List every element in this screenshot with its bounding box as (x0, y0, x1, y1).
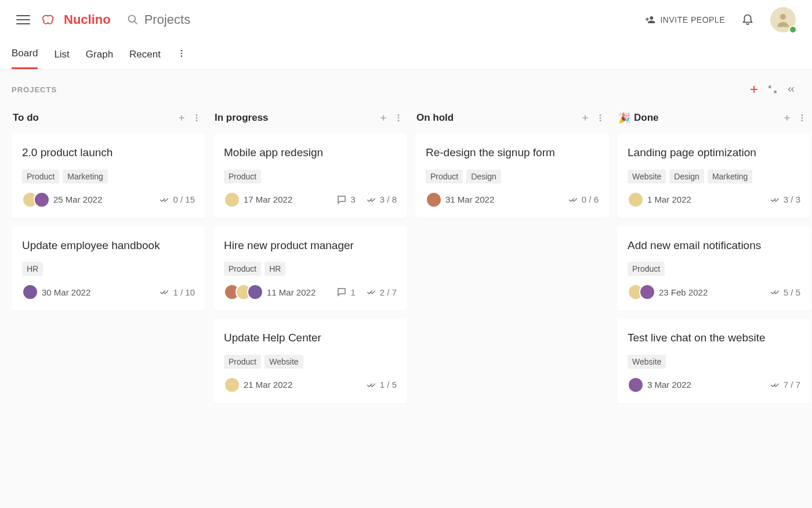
party-popper-icon: 🎉 (618, 112, 630, 124)
tag: Product (628, 262, 665, 276)
card-comments: 1 (336, 287, 355, 297)
card-date: 30 Mar 2022 (42, 287, 90, 297)
menu-icon[interactable] (16, 13, 30, 27)
card[interactable]: Hire new product managerProductHR11 Mar … (213, 226, 407, 311)
column-header: To do (12, 103, 205, 134)
card-checklist: 1 / 5 (366, 380, 397, 390)
column-add-button[interactable] (780, 110, 795, 125)
card-avatars (224, 377, 235, 393)
plus-icon (379, 113, 388, 123)
app-logo[interactable]: Nuclino (42, 11, 111, 28)
avatar (639, 284, 655, 300)
plus-icon (782, 113, 792, 123)
card-title: 2.0 product launch (22, 145, 195, 160)
card[interactable]: Update employee handbookHR30 Mar 20221 /… (12, 226, 205, 311)
card[interactable]: Mobile app redesignProduct17 Mar 202233 … (213, 134, 407, 218)
svg-point-22 (600, 120, 601, 121)
card[interactable]: 2.0 product launchProductMarketing25 Mar… (12, 134, 205, 218)
comment-icon (336, 194, 347, 205)
card-tags: WebsiteDesignMarketing (628, 170, 800, 183)
card-date: 25 Mar 2022 (53, 194, 102, 204)
card-checklist: 2 / 7 (366, 287, 397, 297)
card-avatars (224, 284, 259, 300)
card-avatars (22, 284, 34, 300)
search-input[interactable] (144, 12, 353, 27)
card-date: 1 Mar 2022 (647, 194, 691, 204)
notifications-button[interactable] (741, 12, 754, 27)
column-more-button[interactable] (391, 110, 406, 125)
card-checklist: 7 / 7 (770, 380, 800, 390)
card-tags: ProductWebsite (224, 355, 397, 369)
user-avatar[interactable] (770, 7, 796, 33)
board-titlebar: PROJECTS (0, 70, 812, 103)
search-icon (127, 14, 139, 26)
tab-recent[interactable]: Recent (129, 49, 161, 69)
add-button[interactable] (745, 80, 763, 99)
avatar (628, 192, 644, 208)
collapse-button[interactable] (763, 80, 782, 99)
column-more-button[interactable] (189, 110, 204, 125)
svg-point-5 (181, 55, 183, 57)
more-vertical-icon (798, 113, 807, 123)
column-add-button[interactable] (578, 110, 593, 125)
tag: HR (22, 262, 43, 276)
svg-point-12 (196, 120, 198, 121)
card[interactable]: Re-design the signup formProductDesign31… (415, 134, 609, 218)
board: To do2.0 product launchProductMarketing2… (0, 103, 812, 423)
checklist-icon (366, 380, 376, 390)
card[interactable]: Test live chat on the websiteWebsite3 Ma… (617, 319, 811, 403)
more-vertical-icon (177, 49, 186, 58)
search[interactable] (127, 12, 353, 27)
card[interactable]: Landing page optimizationWebsiteDesignMa… (617, 134, 811, 218)
hide-panel-button[interactable] (782, 80, 800, 99)
plus-icon (581, 113, 590, 123)
svg-point-15 (398, 114, 400, 116)
page-title: PROJECTS (12, 85, 57, 94)
card-checklist: 0 / 15 (159, 194, 195, 205)
avatar (628, 377, 644, 393)
column-header: 🎉Done (617, 103, 811, 134)
tag: Marketing (63, 170, 107, 183)
card[interactable]: Update Help CenterProductWebsite21 Mar 2… (213, 319, 407, 403)
checklist-icon (770, 194, 780, 205)
tag: HR (264, 262, 285, 276)
column-add-button[interactable] (376, 110, 391, 125)
svg-point-11 (196, 117, 198, 119)
svg-point-25 (802, 114, 803, 116)
bell-icon (741, 12, 754, 25)
column-add-button[interactable] (174, 110, 189, 125)
card-tags: ProductDesign (426, 170, 599, 183)
column-on-hold: On holdRe-design the signup formProductD… (415, 103, 609, 226)
view-tabs: BoardListGraphRecent (0, 39, 812, 70)
svg-point-27 (802, 120, 803, 121)
tag: Website (628, 170, 666, 183)
tab-graph[interactable]: Graph (86, 49, 113, 69)
more-vertical-icon (596, 113, 605, 123)
card-checklist: 1 / 10 (159, 287, 195, 297)
column-title: 🎉Done (618, 112, 659, 124)
card-tags: Product (628, 262, 800, 276)
avatar (426, 192, 442, 208)
tab-more-button[interactable] (177, 49, 186, 69)
card[interactable]: Add new email notificationsProduct23 Feb… (617, 226, 811, 311)
tab-list[interactable]: List (54, 49, 69, 69)
avatar (34, 192, 50, 208)
card-checklist: 3 / 3 (770, 194, 800, 205)
avatar (247, 284, 263, 300)
card-checklist: 0 / 6 (568, 194, 599, 205)
avatar (224, 192, 240, 208)
card-date: 21 Mar 2022 (244, 380, 292, 390)
card-footer: 23 Feb 20225 / 5 (628, 284, 800, 300)
tag: Product (426, 170, 463, 183)
svg-point-3 (181, 50, 183, 52)
column-more-button[interactable] (795, 110, 810, 125)
card-tags: HR (22, 262, 195, 276)
invite-people-button[interactable]: INVITE PEOPLE (645, 15, 725, 25)
column-more-button[interactable] (593, 110, 608, 125)
tab-board[interactable]: Board (12, 48, 38, 69)
card-checklist: 5 / 5 (770, 287, 800, 297)
column-header: In progress (213, 103, 407, 134)
card-date: 11 Mar 2022 (267, 287, 316, 297)
card-footer: 1 Mar 20223 / 3 (628, 192, 800, 208)
card-footer: 30 Mar 20221 / 10 (22, 284, 195, 300)
